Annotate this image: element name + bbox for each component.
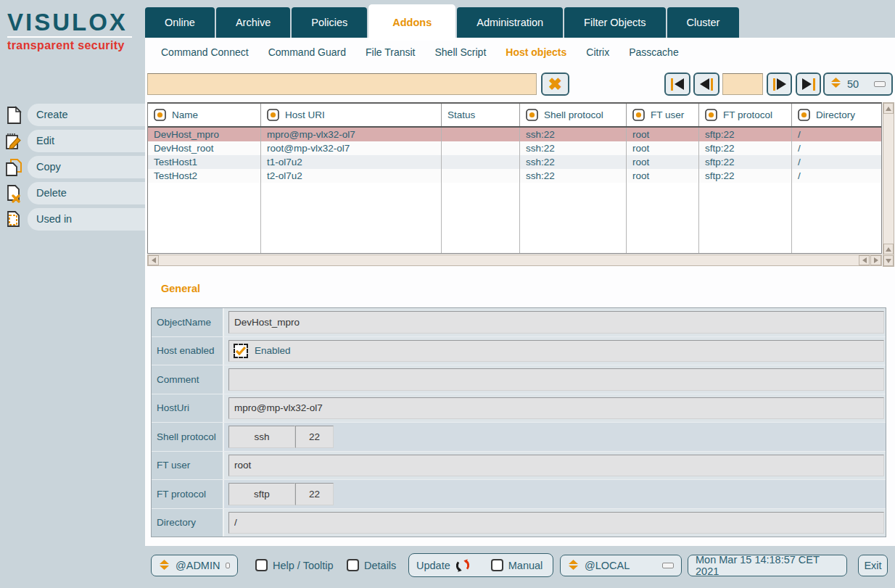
manual-toggle: Manual: [491, 559, 543, 571]
new-document-icon: [0, 106, 28, 125]
previous-page-icon: [700, 78, 713, 91]
ft-protocol-field[interactable]: [228, 483, 295, 505]
details-toggle: Details: [347, 559, 396, 571]
check-icon: [236, 347, 246, 355]
column-header-directory[interactable]: Directory: [792, 104, 881, 126]
column-filter-icon: [267, 109, 279, 121]
update-label: Update: [416, 560, 450, 571]
sidebar-item-edit[interactable]: Edit: [0, 130, 145, 152]
column-header-ft-user[interactable]: FT user: [627, 104, 699, 126]
session-user-select[interactable]: @ADMIN: [151, 555, 238, 576]
tab-administration[interactable]: Administration: [457, 7, 563, 38]
subnav-command-guard[interactable]: Command Guard: [268, 46, 346, 58]
page-number-input[interactable]: [722, 73, 763, 95]
enabled-checkbox[interactable]: [234, 344, 248, 358]
table-row[interactable]: TestHost2 t2-ol7u2 ssh:22 root sftp:22 /: [148, 169, 881, 183]
tab-online[interactable]: Online: [145, 7, 215, 38]
field-label: Host enabled: [152, 337, 224, 365]
tab-label: Cluster: [687, 17, 720, 28]
horizontal-scrollbar[interactable]: [147, 254, 882, 266]
help-tooltip-checkbox[interactable]: [255, 559, 268, 571]
left-arrow-icon: [152, 257, 156, 263]
scope-value: @LOCAL: [585, 560, 630, 571]
clear-search-button[interactable]: ✖: [541, 73, 569, 96]
tab-addons[interactable]: Addons: [368, 4, 455, 41]
manual-checkbox[interactable]: [491, 559, 503, 571]
search-input[interactable]: [147, 73, 537, 95]
vertical-scrollbar[interactable]: [883, 102, 894, 267]
column-filter-icon: [154, 109, 166, 121]
subnav-file-transit[interactable]: File Transit: [366, 46, 415, 58]
page-size-select[interactable]: 50: [823, 73, 893, 96]
first-page-button[interactable]: [664, 73, 690, 96]
table-empty-area: [148, 183, 881, 253]
next-page-button[interactable]: [767, 73, 792, 96]
previous-page-button[interactable]: [693, 73, 719, 96]
subnav-citrix[interactable]: Citrix: [586, 46, 609, 58]
sidebar-item-label: Delete: [28, 182, 145, 204]
ft-port-field[interactable]: [295, 483, 334, 505]
sort-diamond-icon: [568, 560, 579, 572]
table-row[interactable]: TestHost1 t1-ol7u2 ssh:22 root sftp:22 /: [148, 155, 881, 169]
subnav-command-connect[interactable]: Command Connect: [161, 46, 249, 58]
scroll-down-button[interactable]: [883, 255, 894, 266]
page-size-value: 50: [847, 78, 859, 90]
field-label: FT user: [152, 452, 224, 480]
brand-logo: VISULOX transparent security: [7, 10, 138, 52]
scope-select[interactable]: @LOCAL: [560, 555, 682, 576]
subnav-host-objects[interactable]: Host objects: [506, 46, 566, 58]
column-filter-icon: [798, 109, 810, 121]
refresh-icon: [455, 558, 471, 573]
minimize-dash-icon: [662, 563, 674, 568]
copy-documents-icon: [0, 158, 28, 177]
action-sidebar: Create Edit Copy Delete Used in: [0, 104, 145, 234]
ft-user-field[interactable]: [228, 455, 884, 477]
shell-protocol-field[interactable]: [228, 426, 295, 448]
right-arrow-icon: [874, 257, 878, 263]
sidebar-item-delete[interactable]: Delete: [0, 182, 145, 204]
update-button[interactable]: Update: [416, 558, 471, 573]
last-page-button[interactable]: [796, 73, 821, 96]
details-label: Details: [364, 560, 396, 571]
sidebar-item-copy[interactable]: Copy: [0, 156, 145, 178]
subnav-shell-script[interactable]: Shell Script: [434, 46, 486, 58]
objectname-field[interactable]: [228, 311, 884, 334]
details-checkbox[interactable]: [347, 559, 359, 571]
form-row-host-enabled: Host enabled Enabled: [152, 337, 886, 366]
edit-pencil-icon: [0, 132, 28, 151]
left-arrow-icon: [862, 257, 867, 263]
content-panel: Command Connect Command Guard File Trans…: [145, 38, 895, 546]
sidebar-item-create[interactable]: Create: [0, 104, 145, 126]
exit-button[interactable]: Exit: [858, 555, 888, 576]
tab-policies[interactable]: Policies: [292, 7, 367, 38]
down-arrow-icon: [886, 259, 891, 263]
table-row[interactable]: DevHost_mpro mpro@mp-vlx32-ol7 ssh:22 ro…: [148, 128, 881, 141]
sidebar-item-used-in[interactable]: Used in: [0, 208, 145, 231]
shell-port-field[interactable]: [295, 426, 334, 448]
column-header-name[interactable]: Name: [148, 104, 261, 126]
tab-archive[interactable]: Archive: [216, 7, 290, 38]
column-header-status[interactable]: Status: [442, 104, 520, 126]
scroll-left-button[interactable]: [148, 255, 159, 265]
table-row[interactable]: DevHost_root root@mp-vlx32-ol7 ssh:22 ro…: [148, 141, 881, 155]
sidebar-item-label: Edit: [28, 130, 145, 152]
field-label: FT protocol: [152, 480, 224, 508]
field-label: Comment: [152, 365, 224, 394]
tab-filter-objects[interactable]: Filter Objects: [564, 7, 665, 38]
tab-cluster[interactable]: Cluster: [667, 7, 740, 38]
column-header-host-uri[interactable]: Host URI: [261, 104, 442, 126]
scroll-up-button-2[interactable]: [883, 244, 894, 254]
subnav-passcache[interactable]: Passcache: [629, 46, 678, 58]
scroll-right-button[interactable]: [870, 255, 881, 265]
directory-field[interactable]: [228, 512, 884, 534]
comment-field[interactable]: [228, 368, 884, 391]
field-label: ObjectName: [152, 308, 224, 336]
scroll-left-button-2[interactable]: [859, 255, 870, 265]
brand-subtitle: transparent security: [7, 39, 138, 52]
column-header-ft-protocol[interactable]: FT protocol: [699, 104, 792, 126]
hosturi-field[interactable]: [228, 397, 884, 420]
column-header-shell-protocol[interactable]: Shell protocol: [520, 104, 627, 126]
scroll-up-button[interactable]: [883, 103, 894, 114]
host-enabled-field: Enabled: [228, 340, 884, 363]
form-row-directory: Directory: [152, 509, 886, 537]
